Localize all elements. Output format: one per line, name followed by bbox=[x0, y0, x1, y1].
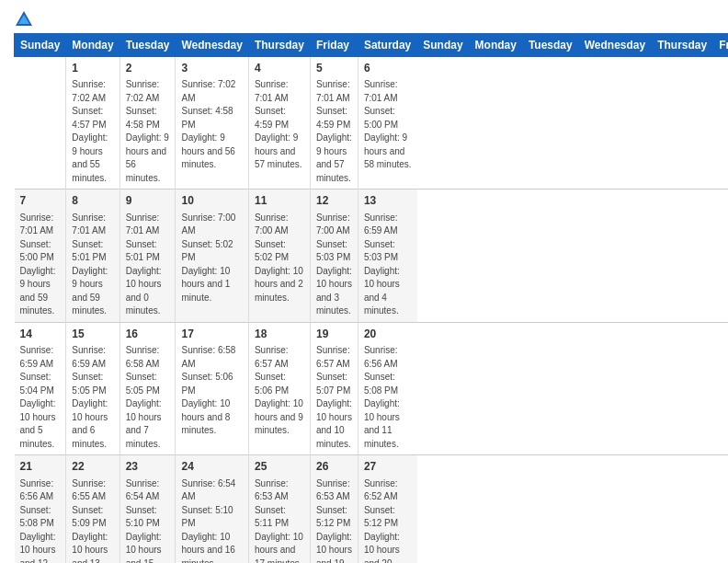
calendar-cell: 5Sunrise: 7:01 AMSunset: 4:59 PMDaylight… bbox=[310, 57, 358, 190]
sunrise-text: Sunrise: 6:59 AM bbox=[364, 212, 412, 238]
sunrise-text: Sunrise: 6:59 AM bbox=[72, 344, 113, 371]
calendar-cell: 23Sunrise: 6:54 AMSunset: 5:10 PMDayligh… bbox=[119, 455, 176, 563]
calendar-cell: 9Sunrise: 7:01 AMSunset: 5:01 PMDaylight… bbox=[119, 190, 176, 322]
calendar-cell: 11Sunrise: 7:00 AMSunset: 5:02 PMDayligh… bbox=[248, 190, 310, 322]
sunrise-text: Sunrise: 7:02 AM bbox=[72, 78, 113, 105]
sunset-text: Sunset: 5:12 PM bbox=[364, 504, 412, 531]
day-number: 20 bbox=[364, 327, 412, 342]
sunrise-text: Sunrise: 7:00 AM bbox=[255, 212, 304, 238]
day-number: 24 bbox=[181, 459, 242, 475]
header-sunday: Sunday bbox=[417, 34, 469, 57]
daylight-text: Daylight: 10 hours and 17 minutes. bbox=[255, 531, 304, 563]
sunset-text: Sunset: 5:05 PM bbox=[126, 371, 170, 397]
day-number: 8 bbox=[72, 193, 113, 209]
header-tuesday: Tuesday bbox=[522, 34, 578, 57]
sunset-text: Sunset: 4:59 PM bbox=[316, 105, 352, 132]
sunset-text: Sunset: 5:12 PM bbox=[316, 504, 352, 531]
day-number: 10 bbox=[181, 193, 242, 209]
calendar-cell: 17Sunrise: 6:58 AMSunset: 5:06 PMDayligh… bbox=[176, 322, 248, 454]
header-friday: Friday bbox=[713, 34, 728, 57]
sunrise-text: Sunrise: 6:59 AM bbox=[20, 344, 61, 371]
day-number: 5 bbox=[316, 61, 352, 76]
calendar-cell: 8Sunrise: 7:01 AMSunset: 5:01 PMDaylight… bbox=[66, 190, 119, 322]
daylight-text: Daylight: 9 hours and 55 minutes. bbox=[72, 132, 113, 185]
day-number: 17 bbox=[181, 327, 242, 342]
daylight-text: Daylight: 9 hours and 59 minutes. bbox=[72, 265, 113, 318]
daylight-text: Daylight: 10 hours and 0 minutes. bbox=[126, 265, 170, 318]
daylight-text: Daylight: 9 hours and 59 minutes. bbox=[20, 265, 61, 318]
sunrise-text: Sunrise: 6:54 AM bbox=[126, 477, 170, 504]
daylight-text: Daylight: 10 hours and 20 minutes. bbox=[364, 531, 412, 563]
sunrise-text: Sunrise: 6:57 AM bbox=[316, 344, 352, 371]
sunset-text: Sunset: 5:08 PM bbox=[20, 504, 61, 531]
sunset-text: Sunset: 4:58 PM bbox=[126, 105, 170, 132]
calendar-week-row: 14Sunrise: 6:59 AMSunset: 5:04 PMDayligh… bbox=[15, 322, 729, 454]
sunrise-text: Sunrise: 6:57 AM bbox=[255, 344, 304, 371]
page-header bbox=[14, 9, 714, 26]
day-number: 19 bbox=[316, 327, 352, 342]
calendar-table: SundayMondayTuesdayWednesdayThursdayFrid… bbox=[14, 33, 728, 563]
daylight-text: Daylight: 9 hours and 58 minutes. bbox=[364, 132, 412, 172]
sunset-text: Sunset: 5:04 PM bbox=[20, 371, 61, 397]
calendar-cell: 24Sunrise: 6:54 AMSunset: 5:10 PMDayligh… bbox=[176, 455, 248, 563]
sunset-text: Sunset: 4:58 PM bbox=[181, 105, 242, 132]
daylight-text: Daylight: 10 hours and 5 minutes. bbox=[20, 397, 61, 451]
calendar-week-row: 1Sunrise: 7:02 AMSunset: 4:57 PMDaylight… bbox=[15, 57, 729, 190]
calendar-cell: 6Sunrise: 7:01 AMSunset: 5:00 PMDaylight… bbox=[358, 57, 416, 190]
daylight-text: Daylight: 10 hours and 10 minutes. bbox=[316, 397, 352, 451]
sunrise-text: Sunrise: 6:52 AM bbox=[364, 477, 412, 504]
calendar-cell: 18Sunrise: 6:57 AMSunset: 5:06 PMDayligh… bbox=[248, 322, 310, 454]
header-wednesday: Wednesday bbox=[176, 34, 248, 57]
calendar-cell: 25Sunrise: 6:53 AMSunset: 5:11 PMDayligh… bbox=[248, 455, 310, 563]
sunset-text: Sunset: 5:01 PM bbox=[72, 238, 113, 265]
daylight-text: Daylight: 10 hours and 16 minutes. bbox=[181, 531, 242, 563]
sunset-text: Sunset: 5:03 PM bbox=[316, 238, 352, 265]
calendar-cell: 1Sunrise: 7:02 AMSunset: 4:57 PMDaylight… bbox=[66, 57, 119, 190]
sunrise-text: Sunrise: 6:58 AM bbox=[126, 344, 170, 371]
header-sunday: Sunday bbox=[15, 34, 66, 57]
sunset-text: Sunset: 5:00 PM bbox=[364, 105, 412, 132]
sunrise-text: Sunrise: 6:56 AM bbox=[364, 344, 412, 371]
logo-icon bbox=[14, 9, 34, 29]
day-number: 6 bbox=[364, 61, 412, 76]
sunset-text: Sunset: 5:06 PM bbox=[181, 371, 242, 397]
day-number: 23 bbox=[126, 459, 170, 475]
sunrise-text: Sunrise: 6:53 AM bbox=[316, 477, 352, 504]
daylight-text: Daylight: 10 hours and 9 minutes. bbox=[255, 397, 304, 438]
sunrise-text: Sunrise: 7:00 AM bbox=[316, 212, 352, 238]
calendar-week-row: 7Sunrise: 7:01 AMSunset: 5:00 PMDaylight… bbox=[15, 190, 729, 322]
calendar-cell: 7Sunrise: 7:01 AMSunset: 5:00 PMDaylight… bbox=[15, 190, 66, 322]
sunset-text: Sunset: 5:10 PM bbox=[126, 504, 170, 531]
sunrise-text: Sunrise: 6:53 AM bbox=[255, 477, 304, 504]
calendar-cell: 20Sunrise: 6:56 AMSunset: 5:08 PMDayligh… bbox=[358, 322, 416, 454]
daylight-text: Daylight: 9 hours and 56 minutes. bbox=[181, 132, 242, 172]
calendar-header-row: SundayMondayTuesdayWednesdayThursdayFrid… bbox=[15, 34, 729, 57]
sunset-text: Sunset: 4:57 PM bbox=[72, 105, 113, 132]
day-number: 7 bbox=[20, 193, 61, 209]
day-number: 11 bbox=[255, 193, 304, 209]
header-thursday: Thursday bbox=[652, 34, 713, 57]
sunrise-text: Sunrise: 7:02 AM bbox=[126, 78, 170, 105]
day-number: 12 bbox=[316, 193, 352, 209]
daylight-text: Daylight: 10 hours and 13 minutes. bbox=[72, 531, 113, 563]
calendar-cell: 26Sunrise: 6:53 AMSunset: 5:12 PMDayligh… bbox=[310, 455, 358, 563]
sunrise-text: Sunrise: 6:55 AM bbox=[72, 477, 113, 504]
day-number: 22 bbox=[72, 459, 113, 475]
daylight-text: Daylight: 9 hours and 57 minutes. bbox=[316, 132, 352, 185]
header-wednesday: Wednesday bbox=[578, 34, 651, 57]
sunset-text: Sunset: 5:09 PM bbox=[72, 504, 113, 531]
day-number: 13 bbox=[364, 193, 412, 209]
sunset-text: Sunset: 5:01 PM bbox=[126, 238, 170, 265]
calendar-week-row: 21Sunrise: 6:56 AMSunset: 5:08 PMDayligh… bbox=[15, 455, 729, 563]
header-monday: Monday bbox=[469, 34, 522, 57]
day-number: 26 bbox=[316, 459, 352, 475]
calendar-cell bbox=[15, 57, 66, 190]
sunrise-text: Sunrise: 7:01 AM bbox=[72, 212, 113, 238]
daylight-text: Daylight: 10 hours and 1 minute. bbox=[181, 265, 242, 305]
sunrise-text: Sunrise: 7:00 AM bbox=[181, 212, 242, 238]
sunset-text: Sunset: 5:02 PM bbox=[255, 238, 304, 265]
sunrise-text: Sunrise: 6:56 AM bbox=[20, 477, 61, 504]
sunrise-text: Sunrise: 6:54 AM bbox=[181, 477, 242, 504]
day-number: 18 bbox=[255, 327, 304, 342]
header-tuesday: Tuesday bbox=[119, 34, 176, 57]
